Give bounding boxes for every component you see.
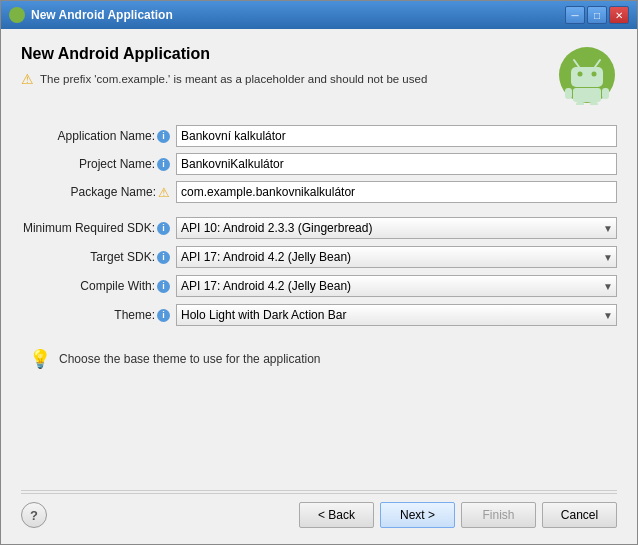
warning-text: The prefix 'com.example.' is meant as a … bbox=[40, 73, 427, 85]
app-name-label: Application Name: i bbox=[21, 129, 176, 143]
app-name-row: Application Name: i bbox=[21, 125, 617, 147]
hint-row: 💡 Choose the base theme to use for the a… bbox=[21, 342, 617, 376]
main-window: New Android Application ─ □ ✕ New Androi… bbox=[0, 0, 638, 545]
package-name-input[interactable] bbox=[176, 181, 617, 203]
close-button[interactable]: ✕ bbox=[609, 6, 629, 24]
app-name-info-icon[interactable]: i bbox=[157, 130, 170, 143]
min-sdk-select-wrapper: API 10: Android 2.3.3 (Gingerbread) API … bbox=[176, 217, 617, 239]
theme-info-icon[interactable]: i bbox=[157, 309, 170, 322]
project-name-label: Project Name: i bbox=[21, 157, 176, 171]
svg-rect-9 bbox=[576, 102, 584, 105]
cancel-button[interactable]: Cancel bbox=[542, 502, 617, 528]
compile-info-icon[interactable]: i bbox=[157, 280, 170, 293]
theme-row: Theme: i Holo Light with Dark Action Bar… bbox=[21, 304, 617, 326]
hint-text: Choose the base theme to use for the app… bbox=[59, 352, 321, 366]
window-icon bbox=[9, 7, 25, 23]
package-warn-icon: ⚠ bbox=[158, 185, 170, 200]
warning-row: ⚠ The prefix 'com.example.' is meant as … bbox=[21, 71, 557, 87]
compile-select[interactable]: API 10: Android 2.3.3 (Gingerbread) API … bbox=[176, 275, 617, 297]
theme-select[interactable]: Holo Light with Dark Action Bar Holo Dar… bbox=[176, 304, 617, 326]
svg-rect-10 bbox=[590, 102, 598, 105]
finish-button[interactable]: Finish bbox=[461, 502, 536, 528]
compile-label: Compile With: i bbox=[21, 279, 176, 293]
svg-point-3 bbox=[592, 72, 597, 77]
min-sdk-label: Minimum Required SDK: i bbox=[21, 221, 176, 235]
package-name-row: Package Name: ⚠ bbox=[21, 181, 617, 203]
hint-bulb-icon: 💡 bbox=[29, 348, 51, 370]
target-sdk-row: Target SDK: i API 10: Android 2.3.3 (Gin… bbox=[21, 246, 617, 268]
package-name-label: Package Name: ⚠ bbox=[21, 185, 176, 200]
title-bar: New Android Application ─ □ ✕ bbox=[1, 1, 637, 29]
target-sdk-select-wrapper: API 10: Android 2.3.3 (Gingerbread) API … bbox=[176, 246, 617, 268]
target-sdk-select[interactable]: API 10: Android 2.3.3 (Gingerbread) API … bbox=[176, 246, 617, 268]
back-button[interactable]: < Back bbox=[299, 502, 374, 528]
header-text: New Android Application ⚠ The prefix 'co… bbox=[21, 45, 557, 87]
min-sdk-info-icon[interactable]: i bbox=[157, 222, 170, 235]
svg-rect-1 bbox=[571, 67, 603, 87]
compile-row: Compile With: i API 10: Android 2.3.3 (G… bbox=[21, 275, 617, 297]
project-name-input[interactable] bbox=[176, 153, 617, 175]
android-logo bbox=[557, 45, 617, 105]
next-button[interactable]: Next > bbox=[380, 502, 455, 528]
button-bar: ? < Back Next > Finish Cancel bbox=[21, 493, 617, 532]
min-sdk-select[interactable]: API 10: Android 2.3.3 (Gingerbread) API … bbox=[176, 217, 617, 239]
content-area: New Android Application ⚠ The prefix 'co… bbox=[1, 29, 637, 544]
theme-label: Theme: i bbox=[21, 308, 176, 322]
help-button[interactable]: ? bbox=[21, 502, 47, 528]
svg-rect-7 bbox=[565, 88, 572, 99]
theme-select-wrapper: Holo Light with Dark Action Bar Holo Dar… bbox=[176, 304, 617, 326]
compile-select-wrapper: API 10: Android 2.3.3 (Gingerbread) API … bbox=[176, 275, 617, 297]
project-name-row: Project Name: i bbox=[21, 153, 617, 175]
warning-icon: ⚠ bbox=[21, 71, 34, 87]
button-bar-separator bbox=[21, 490, 617, 491]
target-sdk-label: Target SDK: i bbox=[21, 250, 176, 264]
form-section: Application Name: i Project Name: i Pack… bbox=[21, 125, 617, 203]
page-header: New Android Application ⚠ The prefix 'co… bbox=[21, 45, 617, 105]
sdk-section: Minimum Required SDK: i API 10: Android … bbox=[21, 217, 617, 326]
svg-rect-6 bbox=[573, 88, 601, 102]
target-sdk-info-icon[interactable]: i bbox=[157, 251, 170, 264]
min-sdk-row: Minimum Required SDK: i API 10: Android … bbox=[21, 217, 617, 239]
svg-rect-8 bbox=[602, 88, 609, 99]
page-title: New Android Application bbox=[21, 45, 557, 63]
svg-point-2 bbox=[578, 72, 583, 77]
window-title: New Android Application bbox=[31, 8, 565, 22]
maximize-button[interactable]: □ bbox=[587, 6, 607, 24]
window-controls: ─ □ ✕ bbox=[565, 6, 629, 24]
app-name-input[interactable] bbox=[176, 125, 617, 147]
project-name-info-icon[interactable]: i bbox=[157, 158, 170, 171]
minimize-button[interactable]: ─ bbox=[565, 6, 585, 24]
